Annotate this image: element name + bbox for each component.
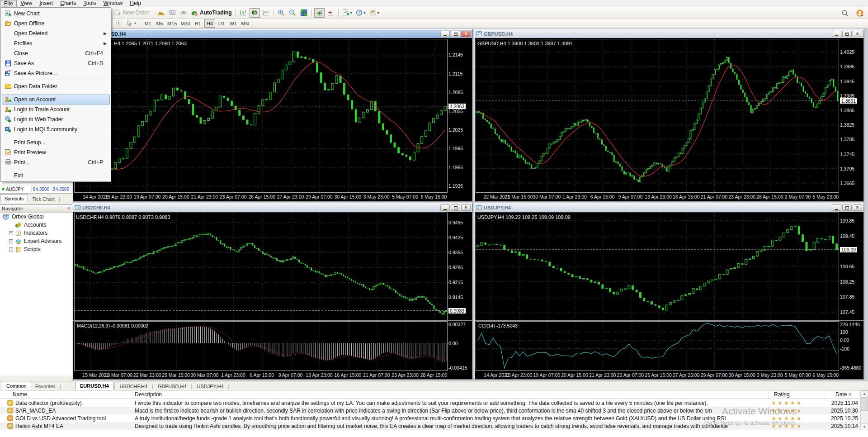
minimize-button[interactable] — [440, 31, 450, 37]
sidebar-item-expert-advisors[interactable]: +Expert Advisors — [0, 237, 72, 245]
menu-item-exit[interactable]: Exit — [2, 171, 110, 180]
scroll-thumb[interactable] — [861, 397, 868, 411]
chart-tab-gbpusd-h4[interactable]: GBPUSD,H4 — [153, 383, 191, 390]
close-icon[interactable]: × — [67, 205, 70, 211]
menu-item-open-an-account[interactable]: Open an Account — [2, 95, 110, 104]
minimize-button[interactable] — [440, 204, 450, 211]
chart-tab-usdchf-h4[interactable]: USDCHF,H4 — [115, 383, 152, 390]
column-header-description[interactable]: Description — [135, 391, 162, 398]
bar-chart-button[interactable] — [238, 8, 249, 18]
profiles-button[interactable] — [167, 8, 177, 18]
close-button[interactable]: × — [853, 31, 862, 37]
menu-item-print-[interactable]: Print...Ctrl+P — [2, 157, 110, 167]
templates-button[interactable]: ▾ — [368, 8, 381, 18]
tile-windows-button[interactable] — [299, 8, 309, 18]
timeframe-m5-button[interactable]: M5 — [154, 19, 165, 28]
timeframe-mn-button[interactable]: MN — [240, 19, 250, 28]
menu-item-save-as-picture-[interactable]: Save As Picture... — [2, 68, 110, 78]
menu-window[interactable]: Window — [100, 0, 127, 7]
expand-icon[interactable]: + — [9, 247, 13, 252]
periods-button[interactable]: ▾ — [354, 8, 367, 18]
sidebar-item-orbex-global[interactable]: Orbex Global — [0, 213, 72, 221]
minimize-button[interactable] — [832, 31, 841, 37]
table-row[interactable]: Data collector (profit/equity)I wrote th… — [0, 399, 860, 407]
column-header-rating[interactable]: Rating — [774, 391, 790, 398]
close-button[interactable]: × — [853, 204, 862, 211]
vertical-scrollbar[interactable]: ▲ ▼ — [860, 390, 868, 430]
table-row[interactable]: Heikin Ashi MT4 EADesigned to trade usin… — [0, 422, 860, 430]
restore-button[interactable] — [842, 31, 852, 37]
restore-button[interactable] — [451, 204, 460, 211]
table-row[interactable]: SAR_MACD_EAMacd is the first to indicate… — [0, 407, 860, 414]
column-header-name[interactable]: Name — [13, 391, 27, 398]
menu-insert[interactable]: Insert — [36, 0, 57, 7]
zoom-out-button[interactable] — [288, 8, 298, 18]
indicator-subwindow[interactable] — [74, 321, 448, 371]
chart-window-titlebar[interactable]: GBPUSD,H4× — [475, 30, 863, 38]
candlestick-chart-button[interactable] — [250, 8, 260, 18]
timeframe-d1-button[interactable]: D1 — [216, 19, 227, 28]
close-button[interactable]: × — [461, 31, 471, 37]
timeframe-m30-button[interactable]: M30 — [179, 19, 191, 28]
text-tool-button[interactable]: T — [113, 19, 124, 28]
chart-plot-area[interactable] — [476, 213, 839, 320]
scroll-down-icon[interactable]: ▼ — [861, 423, 868, 430]
expand-icon[interactable]: + — [9, 231, 13, 235]
chart-window-eurusd[interactable]: SD,H4×1.21451.21151.20851.20551.20251.19… — [72, 29, 473, 202]
chart-window-usdchf[interactable]: USDCHF,H4×0.94950.94250.93550.92850.9215… — [72, 203, 473, 380]
chart-plot-area[interactable] — [74, 213, 448, 320]
market-watch-row[interactable]: AUDJPY84.350084.3500 — [0, 185, 72, 192]
chart-plot-area[interactable] — [476, 39, 839, 193]
menu-item-login-to-web-trader[interactable]: Login to Web Trader — [2, 114, 110, 124]
sidebar-item-scripts[interactable]: +Scripts — [0, 245, 72, 253]
chart-window-titlebar[interactable]: USDCHF,H4× — [73, 204, 472, 212]
menu-item-new-chart[interactable]: New Chart — [2, 9, 110, 19]
line-chart-button[interactable] — [261, 8, 271, 18]
auto-scroll-button[interactable] — [314, 8, 325, 18]
menu-item-login-to-trade-account[interactable]: Login to Trade Account — [2, 104, 110, 114]
timeframe-w1-button[interactable]: W1 — [228, 19, 239, 28]
timeframe-m1-button[interactable]: M1 — [142, 19, 153, 28]
gold-chart-button[interactable] — [156, 8, 166, 18]
menu-help[interactable]: Help — [126, 0, 145, 7]
menu-item-close[interactable]: CloseCtrl+F4 — [2, 48, 110, 58]
timeframe-m15-button[interactable]: M15 — [166, 19, 178, 28]
chart-window-titlebar[interactable]: USDJPY,H4× — [475, 204, 863, 212]
tab-symbols[interactable]: Symbols — [0, 195, 28, 203]
minimize-button[interactable] — [832, 204, 841, 211]
expand-icon[interactable]: + — [9, 239, 13, 243]
restore-button[interactable] — [451, 31, 460, 37]
zoom-in-button[interactable] — [276, 8, 287, 18]
menu-file[interactable]: File — [0, 0, 17, 7]
menu-item-print-setup-[interactable]: Print Setup... — [2, 138, 110, 147]
chart-plot-area[interactable] — [74, 39, 448, 193]
scroll-up-icon[interactable]: ▲ — [861, 390, 868, 397]
tab-common[interactable]: Common — [2, 382, 31, 390]
chart-tab-eurusd-h4[interactable]: EURUSD,H4 — [75, 382, 114, 390]
indicator-subwindow[interactable] — [476, 321, 839, 371]
menu-item-save-as[interactable]: Save AsCtrl+S — [2, 58, 110, 68]
community-button[interactable] — [854, 8, 865, 18]
autotrading-button[interactable]: AutoTrading — [189, 8, 233, 18]
restore-button[interactable] — [842, 204, 852, 211]
timeframe-h1-button[interactable]: H1 — [193, 19, 203, 28]
chart-shift-button[interactable] — [326, 8, 336, 18]
timeframe-h4-button[interactable]: H4 — [204, 19, 215, 28]
chart-window-gbpusd[interactable]: GBPUSD,H4×1.40251.39851.39451.39051.3865… — [474, 29, 864, 202]
close-button[interactable]: × — [461, 204, 471, 211]
webinar-button[interactable] — [178, 8, 189, 18]
chart-window-usdjpy[interactable]: USDJPY,H4×109.85109.45108.65108.25107.85… — [474, 203, 864, 380]
sidebar-item-indicators[interactable]: +fIndicators — [0, 229, 72, 237]
chart-window-titlebar[interactable]: SD,H4× — [73, 30, 472, 38]
menu-view[interactable]: View — [17, 0, 36, 7]
menu-item-open-data-folder[interactable]: Open Data Folder — [2, 81, 110, 91]
tab-favorites[interactable]: Favorites — [31, 383, 60, 390]
search-button[interactable] — [840, 8, 850, 18]
menu-charts[interactable]: Charts — [57, 0, 80, 7]
menu-item-profiles[interactable]: Profiles▶ — [2, 38, 110, 48]
menu-item-open-offline[interactable]: Open Offline — [2, 19, 110, 28]
menu-item-open-deleted[interactable]: Open Deleted▶ — [2, 28, 110, 38]
sidebar-item-accounts[interactable]: Accounts — [0, 221, 72, 229]
table-row[interactable]: GOLD vs USD Advanced Trading toolA truly… — [0, 414, 860, 422]
column-header-date[interactable]: Date ▿ — [835, 391, 851, 398]
